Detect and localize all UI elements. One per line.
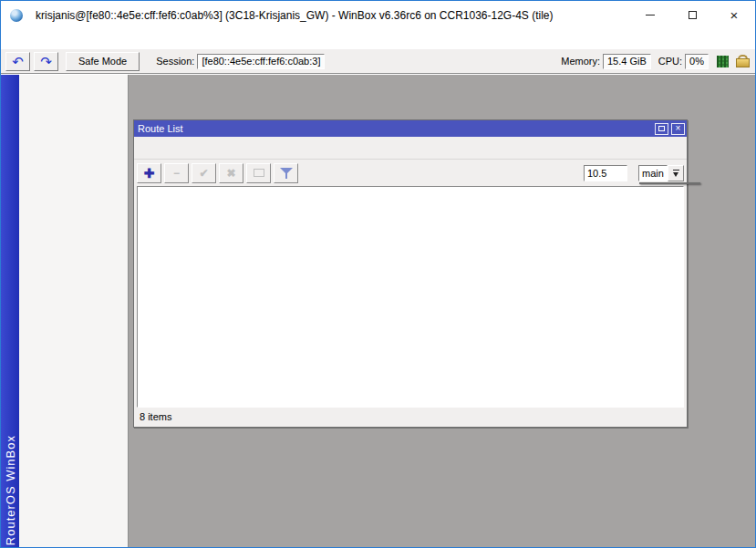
menu-bar bbox=[1, 29, 755, 49]
status-bar: 8 items bbox=[137, 409, 684, 425]
quick-filter-input[interactable] bbox=[584, 165, 627, 181]
funnel-icon bbox=[280, 167, 293, 179]
memory-label: Memory: bbox=[561, 56, 600, 67]
title-bar: krisjanis@[fe80::4e5e:cff:fef6:c0ab%3] (… bbox=[1, 1, 755, 29]
remove-button[interactable]: − bbox=[164, 163, 189, 183]
plus-icon: ✚ bbox=[144, 166, 155, 181]
routing-table-dropdown bbox=[639, 182, 700, 184]
routing-table-select[interactable]: main bbox=[638, 165, 668, 181]
traffic-graph-icon[interactable] bbox=[717, 56, 729, 67]
window-controls: × bbox=[629, 1, 755, 29]
content-area: RouterOS WinBox Route List × ✚ − ✔ ✖ bbox=[1, 75, 755, 547]
session-field[interactable]: [fe80::4e5e:cff:fef6:c0ab:3] bbox=[197, 54, 325, 69]
route-list-window-controls: × bbox=[652, 123, 685, 135]
work-area: Route List × ✚ − ✔ ✖ main bbox=[129, 75, 755, 547]
routing-table-dropdown-button[interactable] bbox=[668, 165, 684, 181]
filter-button[interactable] bbox=[274, 163, 298, 183]
route-list-title-bar[interactable]: Route List × bbox=[134, 120, 687, 137]
brand-strip: RouterOS WinBox bbox=[1, 75, 19, 547]
undo-button[interactable]: ↶ bbox=[5, 52, 30, 71]
route-list-maximize-button[interactable] bbox=[655, 123, 668, 135]
sidebar bbox=[19, 75, 129, 547]
redo-icon: ↷ bbox=[40, 55, 52, 68]
main-toolbar: ↶ ↷ Safe Mode Session: [fe80::4e5e:cff:f… bbox=[1, 49, 755, 74]
safe-mode-button[interactable]: Safe Mode bbox=[66, 52, 140, 71]
maximize-icon bbox=[689, 11, 697, 19]
enable-button[interactable]: ✔ bbox=[192, 163, 216, 183]
brand-text: RouterOS WinBox bbox=[4, 435, 17, 547]
minus-icon: − bbox=[173, 167, 180, 180]
check-icon: ✔ bbox=[199, 167, 208, 180]
route-list-close-button[interactable]: × bbox=[671, 123, 685, 135]
disable-button[interactable]: ✖ bbox=[219, 163, 243, 183]
add-button[interactable]: ✚ bbox=[137, 163, 161, 183]
close-icon: × bbox=[730, 8, 739, 22]
maximize-icon bbox=[658, 126, 665, 131]
dropdown-arrow-icon bbox=[673, 170, 679, 177]
route-list-toolbar: ✚ − ✔ ✖ main bbox=[134, 160, 687, 186]
winbox-main-window: krisjanis@[fe80::4e5e:cff:fef6:c0ab%3] (… bbox=[0, 0, 756, 548]
cpu-value: 0% bbox=[685, 54, 709, 69]
route-list-window: Route List × ✚ − ✔ ✖ main bbox=[133, 119, 688, 428]
redo-button[interactable]: ↷ bbox=[34, 52, 58, 71]
route-list-tabs bbox=[134, 137, 687, 160]
cross-icon: ✖ bbox=[226, 167, 235, 180]
cpu-label: CPU: bbox=[658, 56, 682, 67]
comment-icon bbox=[254, 169, 264, 177]
memory-value: 15.4 GiB bbox=[603, 54, 651, 69]
session-label: Session: bbox=[156, 56, 194, 67]
comment-button[interactable] bbox=[246, 163, 271, 183]
minimize-button[interactable] bbox=[629, 1, 671, 29]
minimize-icon bbox=[646, 15, 655, 16]
close-button[interactable]: × bbox=[713, 1, 755, 29]
maximize-button[interactable] bbox=[671, 1, 713, 29]
route-list-title: Route List bbox=[138, 123, 183, 134]
undo-icon: ↶ bbox=[12, 55, 24, 68]
route-table bbox=[137, 186, 684, 408]
window-title: krisjanis@[fe80::4e5e:cff:fef6:c0ab%3] (… bbox=[36, 9, 554, 22]
close-icon: × bbox=[676, 124, 681, 133]
lock-icon[interactable] bbox=[736, 55, 748, 67]
app-icon bbox=[9, 8, 24, 23]
